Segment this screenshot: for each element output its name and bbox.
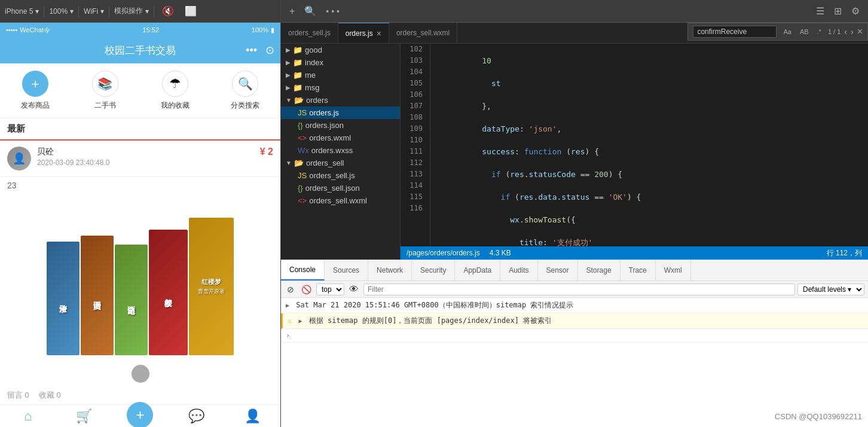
search-close-button[interactable]: × [857, 26, 863, 37]
console-filter-input[interactable] [363, 283, 795, 295]
console-context-selector[interactable]: top [316, 283, 344, 295]
devtools-tab-storage[interactable]: Storage [578, 260, 621, 280]
code-line-104: }, [435, 100, 863, 112]
item-count-number: 23 [7, 181, 17, 190]
nav-cart[interactable]: 🛒 购物车 [56, 408, 112, 428]
ide-grid-icon[interactable]: ⊞ [830, 3, 845, 19]
ide-list-icon[interactable]: ☰ [812, 3, 828, 19]
devtools-tab-trace[interactable]: Trace [621, 260, 656, 280]
quick-action-favorites[interactable]: ☂ 我的收藏 [140, 71, 210, 111]
devtools-tab-wxml[interactable]: Wxml [656, 260, 691, 280]
zoom-dropdown-icon[interactable]: ▾ [70, 7, 74, 16]
console-level-selector[interactable]: Default levels ▾ [797, 283, 864, 295]
tree-folder-orders-sell[interactable]: ▼ 📂 orders_sell [281, 157, 400, 169]
search-regex[interactable]: .* [814, 27, 824, 36]
console-stop-button[interactable]: 🚫 [299, 283, 314, 295]
nav-publish-center[interactable]: + 发布 [112, 402, 169, 428]
file-tab-orders-js[interactable]: orders.js × [338, 23, 389, 43]
tree-file-orders-json[interactable]: {} orders.json [281, 119, 400, 132]
devtools-tab-sensor[interactable]: Sensor [538, 260, 578, 280]
tree-file-orders-wxml[interactable]: <> orders.wxml [281, 132, 400, 144]
file-name-orders-sell-wxml: orders_sell.wxml [309, 196, 367, 205]
folder-arrow-good: ▶ [286, 47, 291, 53]
ide-more-icon[interactable]: • • • [322, 4, 343, 19]
tree-folder-good[interactable]: ▶ 📁 good [281, 44, 400, 56]
item-avatar: 👤 [7, 147, 31, 170]
code-line-103: st [435, 78, 863, 89]
zoom-selector[interactable]: 100% ▾ [49, 7, 74, 16]
mode-dropdown-icon[interactable]: ▾ [145, 7, 149, 16]
console-log-sitemap-header: ▶ Sat Mar 21 2020 15:51:46 GMT+0800（中国标准… [281, 298, 868, 313]
book-2: 国语文 [81, 236, 114, 355]
appdata-tab-label: AppData [463, 266, 491, 274]
file-name-orders-wxss: orders.wxss [311, 146, 353, 155]
code-area[interactable]: 102 103 104 105 106 107 108 109 110 111 … [401, 44, 868, 246]
nav-home[interactable]: ⌂ 主页 [0, 408, 56, 428]
network-dropdown-icon[interactable]: ▾ [100, 7, 104, 16]
device-selector[interactable]: iPhone 5 ▾ [5, 7, 39, 16]
folder-name-index: index [305, 58, 323, 67]
code-editor: 102 103 104 105 106 107 108 109 110 111 … [401, 44, 868, 260]
wechat-more-icon[interactable]: ••• [246, 44, 257, 57]
log-text-warning: 根据 sitemap 的规则[0]，当前页面 [pages/index/inde… [309, 316, 552, 325]
devtools-tab-audits[interactable]: Audits [500, 260, 537, 280]
network-selector[interactable]: WiFi ▾ [84, 7, 104, 16]
nav-messages[interactable]: 💬 消息 [168, 408, 224, 428]
nav-profile[interactable]: 👤 我的 [224, 408, 280, 428]
wechat-camera-icon[interactable]: ⊙ [265, 44, 274, 57]
expand-arrow-warning[interactable]: ▶ [298, 318, 302, 324]
code-line-105: dataType: 'json', [435, 123, 863, 135]
comment-count: 留言 0 [7, 390, 29, 401]
quick-action-books[interactable]: 📚 二手书 [70, 71, 140, 111]
quick-action-search[interactable]: 🔍 分类搜索 [210, 71, 280, 111]
tree-file-orders-sell-js[interactable]: JS orders_sell.js [281, 169, 400, 182]
ide-main-area: ▶ 📁 good ▶ 📁 index ▶ 📁 me ▶ 📁 msg ▼ [281, 44, 868, 260]
tree-folder-me[interactable]: ▶ 📁 me [281, 69, 400, 81]
status-bar-left: ••••• WeChat令 [6, 26, 50, 35]
console-eye-button[interactable]: 👁 [347, 283, 361, 296]
tree-file-orders-sell-json[interactable]: {} orders_sell.json [281, 182, 400, 194]
add-tab-icon[interactable]: + [286, 4, 298, 19]
trace-tab-label: Trace [629, 266, 647, 274]
ide-search-icon[interactable]: 🔍 [301, 3, 320, 19]
tree-folder-index[interactable]: ▶ 📁 index [281, 56, 400, 69]
search-prev-button[interactable]: ‹ [844, 27, 847, 36]
devtools-tab-network[interactable]: Network [368, 260, 412, 280]
search-case-sensitive[interactable]: Aa [780, 27, 794, 36]
latest-label: 最新 [7, 123, 25, 135]
devtools-tab-sources[interactable]: Sources [325, 260, 368, 280]
quick-action-publish[interactable]: ＋ 发布商品 [0, 71, 70, 111]
file-tab-orders-sell-js[interactable]: orders_sell.js [281, 23, 338, 43]
console-toolbar: ⊘ 🚫 top 👁 Default levels ▾ [281, 281, 868, 298]
toolbar-separator [44, 5, 44, 17]
ide-settings-icon[interactable]: ⚙ [848, 3, 863, 19]
tree-file-orders-wxss[interactable]: Wx orders.wxss [281, 144, 400, 157]
favorites-icon: ☂ [162, 71, 188, 97]
item-card[interactable]: 👤 贝砼 2020-03-09 23:40:48.0 ¥ 2 [0, 141, 280, 177]
cart-icon: 🛒 [76, 408, 92, 424]
screen-rotate-button[interactable]: ⬜ [182, 4, 200, 18]
expand-arrow-sitemap[interactable]: ▶ [286, 302, 289, 309]
code-content[interactable]: 10 st }, dataType: 'json', success: func… [430, 44, 868, 246]
tree-file-orders-js[interactable]: JS orders.js [281, 106, 400, 119]
cursor-position: 行 112，列 [827, 248, 862, 258]
tree-folder-orders[interactable]: ▼ 📂 orders [281, 94, 400, 106]
search-whole-word[interactable]: AB [797, 27, 812, 36]
search-input[interactable] [693, 26, 777, 38]
orders-js-tab-label: orders.js [346, 29, 373, 38]
device-dropdown-icon[interactable]: ▾ [35, 7, 39, 16]
file-tab-orders-sell-wxml[interactable]: orders_sell.wxml [389, 23, 457, 43]
volume-button[interactable]: 🔇 [159, 4, 177, 18]
tree-folder-msg[interactable]: ▶ 📁 msg [281, 81, 400, 94]
console-clear-button[interactable]: ⊘ [285, 283, 297, 295]
publish-center-button[interactable]: + [127, 402, 153, 428]
devtools-tab-console[interactable]: Console [281, 260, 325, 280]
mode-selector[interactable]: 模拟操作 ▾ [114, 6, 149, 16]
console-log-prompt[interactable]: › [281, 329, 868, 343]
tree-file-orders-sell-wxml[interactable]: <> orders_sell.wxml [281, 194, 400, 207]
devtools-tab-security[interactable]: Security [412, 260, 455, 280]
search-next-button[interactable]: › [851, 27, 854, 36]
devtools-tab-appdata[interactable]: AppData [455, 260, 500, 280]
folder-arrow-orders-sell: ▼ [286, 160, 292, 166]
orders-js-close-icon[interactable]: × [377, 29, 381, 38]
